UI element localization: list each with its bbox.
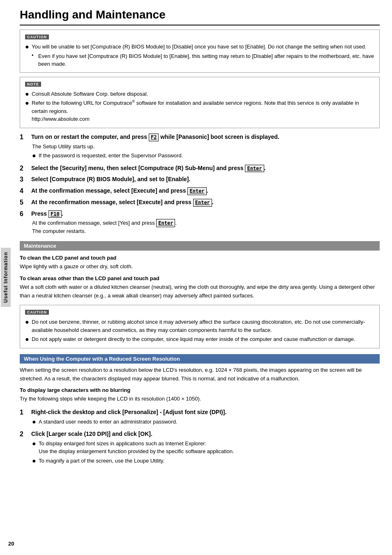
step-1-bullet-text: If the password is requested, enter the … <box>39 152 380 160</box>
key-enter-4: Enter <box>187 187 206 195</box>
step-title-1: Turn on or restart the computer, and pre… <box>31 133 380 141</box>
caution-text-2-2: Do not apply water or detergent directly… <box>32 335 374 343</box>
bullet-dot: ● <box>25 318 32 326</box>
step-content-4: At the confirmation message, select [Exe… <box>31 187 380 195</box>
no-blurring-text: Try the following steps while keeping th… <box>20 395 380 403</box>
other-clean-text: Wet a soft cloth with water or a diluted… <box>20 283 380 300</box>
page-number: 20 <box>8 541 14 547</box>
steps-section-2: 1 Right-click the desktop and click [Per… <box>20 408 380 466</box>
res-step-num-1: 1 <box>20 408 31 416</box>
key-enter-5: Enter <box>193 199 212 207</box>
note-item-2: ● Refer to the following URL for Computr… <box>25 99 374 123</box>
caution-item-2-2: ● Do not apply water or detergent direct… <box>25 335 374 343</box>
res-step-2-bullet-1: ● To display enlarged font sizes in appl… <box>32 440 380 456</box>
caution-label-1: CAUTION <box>25 35 49 39</box>
note-text-2: Refer to the following URL for Computrac… <box>32 99 374 123</box>
step-5: 5 At the reconfirmation message, select … <box>20 198 380 207</box>
maintenance-header: Maintenance <box>20 241 380 251</box>
step-title-3: Select [Computrace (R) BIOS Module], and… <box>31 175 380 184</box>
bullet-dot: ● <box>32 418 39 426</box>
res-step-1-bullet-text: A standard user needs to enter an admini… <box>39 418 380 426</box>
key-enter-6: Enter <box>156 219 175 227</box>
step-content-2: Select the [Security] menu, then select … <box>31 164 380 173</box>
key-f2: F2 <box>149 134 159 141</box>
res-step-title-1: Right-click the desktop and click [Perso… <box>31 408 380 417</box>
res-step-2: 2 Click [Larger scale (120 DPI)] and cli… <box>20 430 380 466</box>
step-num-4: 4 <box>20 187 31 195</box>
step-content-1: Turn on or restart the computer, and pre… <box>31 133 380 161</box>
step-num-3: 3 <box>20 175 31 183</box>
steps-section-1: 1 Turn on or restart the computer, and p… <box>20 133 380 235</box>
res-step-title-2: Click [Larger scale (120 DPI)] and click… <box>31 430 380 438</box>
step-title-2: Select the [Security] menu, then select … <box>31 164 380 173</box>
side-tab-label: Useful Information <box>1 248 11 307</box>
caution-box-2: CAUTION ● Do not use benzene, thinner, o… <box>20 305 380 348</box>
step-detail-1: The Setup Utility starts up. ● If the pa… <box>32 143 380 160</box>
step-title-6: Press F10. <box>31 210 380 218</box>
caution-sub-1: • Even if you have set [Computrace (R) B… <box>32 52 374 68</box>
step-title-4: At the confirmation message, select [Exe… <box>31 187 380 195</box>
caution-item-2-1: ● Do not use benzene, thinner, or rubbin… <box>25 318 374 334</box>
step-num-2: 2 <box>20 164 31 172</box>
page-title: Handling and Maintenance <box>20 8 380 25</box>
caution-box-1: CAUTION ● You will be unable to set [Com… <box>20 30 380 73</box>
step-num-6: 6 <box>20 210 31 218</box>
reduced-resolution-intro: When setting the screen resolution to a … <box>20 366 380 383</box>
page-container: Useful Information Handling and Maintena… <box>0 0 392 555</box>
note-item-1: ● Consult Absolute Software Corp. before… <box>25 90 374 98</box>
step-num-1: 1 <box>20 133 31 141</box>
step-content-6: Press F10. At the confirmation message, … <box>31 210 380 235</box>
reduced-resolution-header: When Using the Computer with a Reduced S… <box>20 354 380 364</box>
bullet-dot: ● <box>32 457 39 465</box>
bullet-dot: ● <box>32 152 39 159</box>
step-content-3: Select [Computrace (R) BIOS Module], and… <box>31 175 380 184</box>
res-step-2-bullet-text-2: To magnify a part of the screen, use the… <box>39 457 380 465</box>
caution-label-2: CAUTION <box>25 310 49 315</box>
caution-text-1: You will be unable to set [Computrace (R… <box>32 43 374 51</box>
step-6: 6 Press F10. At the confirmation message… <box>20 210 380 235</box>
step-detail-6: At the confirmation message, select [Yes… <box>32 219 380 235</box>
step-content-5: At the reconfirmation message, select [E… <box>31 198 380 207</box>
res-step-2-bullet-2: ● To magnify a part of the screen, use t… <box>32 457 380 465</box>
step-2: 2 Select the [Security] menu, then selec… <box>20 164 380 173</box>
other-clean-title: To clean areas other than the LCD panel … <box>20 275 380 281</box>
caution-text-2-1: Do not use benzene, thinner, or rubbing … <box>32 318 374 334</box>
note-text-1: Consult Absolute Software Corp. before d… <box>32 90 374 98</box>
side-tab: Useful Information <box>0 0 12 555</box>
note-label-1: NOTE <box>25 82 41 87</box>
step-1: 1 Turn on or restart the computer, and p… <box>20 133 380 161</box>
step-num-5: 5 <box>20 198 31 206</box>
res-step-2-bullet-text-1: To display enlarged font sizes in applic… <box>39 440 380 456</box>
key-f10: F10 <box>48 210 62 218</box>
caution-sub-text-1: Even if you have set [Computrace (R) BIO… <box>38 52 374 68</box>
bullet-dot: ● <box>25 43 32 51</box>
no-blurring-title: To display large characters with no blur… <box>20 387 380 393</box>
res-step-content-2: Click [Larger scale (120 DPI)] and click… <box>31 430 380 466</box>
lcd-clean-title: To clean the LCD panel and touch pad <box>20 255 380 261</box>
key-enter-2: Enter <box>245 165 264 173</box>
lcd-clean-text: Wipe lightly with a gauze or other dry, … <box>20 263 380 271</box>
res-step-1: 1 Right-click the desktop and click [Per… <box>20 408 380 427</box>
caution-item-1: ● You will be unable to set [Computrace … <box>25 43 374 51</box>
step-3: 3 Select [Computrace (R) BIOS Module], a… <box>20 175 380 184</box>
res-step-num-2: 2 <box>20 430 31 438</box>
step-4: 4 At the confirmation message, select [E… <box>20 187 380 195</box>
res-step-detail-1: ● A standard user needs to enter an admi… <box>32 418 380 426</box>
res-step-1-bullet: ● A standard user needs to enter an admi… <box>32 418 380 426</box>
bullet-dot: ● <box>25 99 32 107</box>
res-step-detail-2: ● To display enlarged font sizes in appl… <box>32 440 380 465</box>
res-step-content-1: Right-click the desktop and click [Perso… <box>31 408 380 427</box>
bullet-dot: ● <box>25 90 32 98</box>
bullet-dot: ● <box>32 440 39 447</box>
step-1-bullet: ● If the password is requested, enter th… <box>32 152 380 160</box>
sub-bullet-dot: • <box>32 52 38 58</box>
bullet-dot: ● <box>25 335 32 343</box>
main-content: Handling and Maintenance CAUTION ● You w… <box>12 0 392 555</box>
step-title-5: At the reconfirmation message, select [E… <box>31 198 380 207</box>
note-box-1: NOTE ● Consult Absolute Software Corp. b… <box>20 77 380 128</box>
